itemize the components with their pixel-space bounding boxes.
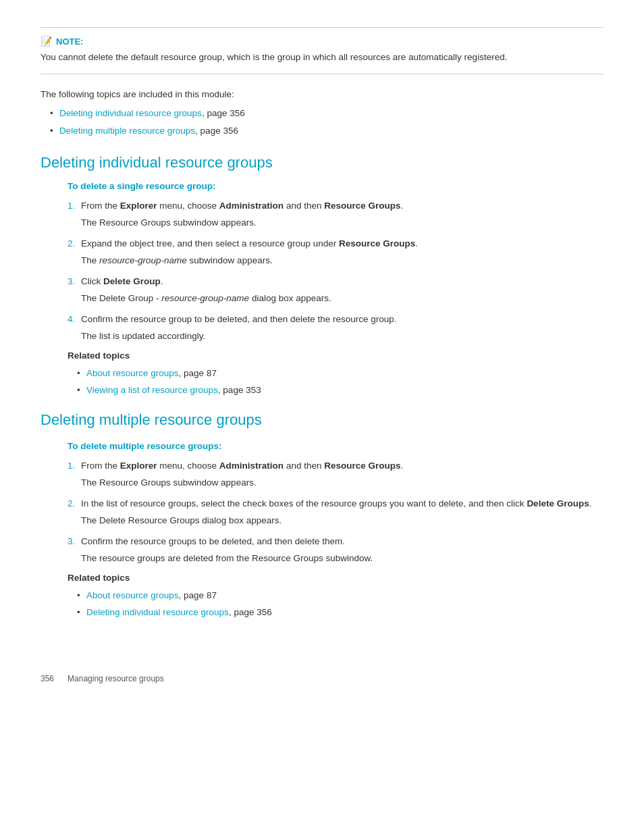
section2-step2-bold: Delete Groups bbox=[527, 498, 589, 509]
section1-step2-subnote: The resource-group-name subwindow appear… bbox=[81, 254, 603, 268]
section1-step3-bold: Delete Group bbox=[103, 276, 161, 286]
section1-step2-num: 2. bbox=[68, 237, 75, 251]
section1-related-link-2[interactable]: Viewing a list of resource groups bbox=[86, 385, 218, 395]
toc-item-2: Deleting multiple resource groups, page … bbox=[50, 124, 603, 138]
toc-link-2[interactable]: Deleting multiple resource groups bbox=[59, 126, 195, 136]
note-header: 📝 NOTE: bbox=[41, 36, 603, 47]
section1-step1-bold3: Resource Groups bbox=[324, 201, 400, 211]
section1-step3-num: 3. bbox=[68, 275, 75, 289]
section1-step1-subnote: The Resource Groups subwindow appears. bbox=[81, 216, 603, 230]
section2-step1-text: From the Explorer menu, choose Administr… bbox=[81, 461, 403, 471]
section1-step-4: 4. Confirm the resource group to be dele… bbox=[68, 313, 603, 344]
note-box: 📝 NOTE: You cannot delete the default re… bbox=[41, 27, 603, 74]
section2-step1-subnote: The Resource Groups subwindow appears. bbox=[81, 476, 603, 490]
section1-step4-text: Confirm the resource group to be deleted… bbox=[81, 314, 397, 324]
section2-step2-text: In the list of resource groups, select t… bbox=[81, 498, 591, 509]
section2-step1-bold1: Explorer bbox=[120, 461, 157, 471]
footer-label: Managing resource groups bbox=[68, 674, 164, 683]
section2-subtitle: To delete multiple resource groups: bbox=[41, 441, 603, 451]
toc-list: Deleting individual resource groups, pag… bbox=[41, 106, 603, 138]
toc-suffix-1: , page 356 bbox=[202, 108, 245, 118]
section1-step3-text: Click Delete Group. bbox=[81, 276, 163, 286]
section2-related-1: About resource groups, page 87 bbox=[77, 588, 603, 603]
section1-step1-bold2: Administration bbox=[219, 201, 284, 211]
intro-text: The following topics are included in thi… bbox=[41, 89, 603, 99]
note-label: NOTE: bbox=[56, 36, 83, 47]
footer-page: 356 bbox=[41, 674, 54, 683]
section1-related-link-1[interactable]: About resource groups bbox=[86, 368, 179, 378]
note-body: You cannot delete the default resource g… bbox=[41, 51, 603, 64]
section2-related-link-1[interactable]: About resource groups bbox=[86, 590, 179, 600]
section2-related-2: Deleting individual resource groups, pag… bbox=[77, 605, 603, 620]
section2-steps: 1. From the Explorer menu, choose Admini… bbox=[41, 459, 603, 566]
section1-step2-bold: Resource Groups bbox=[339, 238, 415, 249]
section1-title: Deleting individual resource groups bbox=[41, 154, 603, 172]
section1-step1-text: From the Explorer menu, choose Administr… bbox=[81, 201, 403, 211]
section2-related-title: Related topics bbox=[41, 573, 603, 583]
toc-link-1[interactable]: Deleting individual resource groups bbox=[59, 108, 202, 118]
toc-suffix-2: , page 356 bbox=[195, 126, 238, 136]
section2-step1-bold3: Resource Groups bbox=[324, 461, 400, 471]
section2-step2-num: 2. bbox=[68, 497, 75, 511]
section1-related-suffix-1: , page 87 bbox=[179, 368, 217, 378]
section1-related-list: About resource groups, page 87 Viewing a… bbox=[41, 366, 603, 398]
section1-step1-bold1: Explorer bbox=[120, 201, 157, 211]
section1-steps: 1. From the Explorer menu, choose Admini… bbox=[41, 199, 603, 343]
section1-step-1: 1. From the Explorer menu, choose Admini… bbox=[68, 199, 603, 230]
footer: 356 Managing resource groups bbox=[41, 674, 603, 683]
section2-step1-bold2: Administration bbox=[219, 461, 284, 471]
note-body-part2: , which is the group in which all resour… bbox=[222, 52, 507, 62]
section2-related-suffix-2: , page 356 bbox=[229, 607, 272, 617]
section1-related-1: About resource groups, page 87 bbox=[77, 366, 603, 381]
section2-related-link-2[interactable]: Deleting individual resource groups bbox=[86, 607, 229, 617]
section2-title: Deleting multiple resource groups bbox=[41, 411, 603, 429]
section2-step-3: 3. Confirm the resource groups to be del… bbox=[68, 535, 603, 566]
section1-related-suffix-2: , page 353 bbox=[218, 385, 261, 395]
section1-step4-subnote: The list is updated accordingly. bbox=[81, 330, 603, 344]
section1-step3-subnote: The Delete Group - resource-group-name d… bbox=[81, 292, 603, 306]
footer-text: 356 Managing resource groups bbox=[41, 674, 603, 683]
section2-step3-subnote: The resource groups are deleted from the… bbox=[81, 552, 603, 566]
section1-subtitle: To delete a single resource group: bbox=[41, 181, 603, 191]
section1-step-2: 2. Expand the object tree, and then sele… bbox=[68, 237, 603, 268]
section1-related-2: Viewing a list of resource groups, page … bbox=[77, 383, 603, 398]
section1-step4-num: 4. bbox=[68, 313, 75, 327]
toc-item-1: Deleting individual resource groups, pag… bbox=[50, 106, 603, 121]
section2-step-2: 2. In the list of resource groups, selec… bbox=[68, 497, 603, 528]
section2-step3-text: Confirm the resource groups to be delete… bbox=[81, 536, 345, 546]
section1-step-3: 3. Click Delete Group. The Delete Group … bbox=[68, 275, 603, 306]
section1-step2-italic: resource-group-name bbox=[99, 255, 187, 265]
note-icon: 📝 bbox=[41, 36, 52, 47]
section2-related-list: About resource groups, page 87 Deleting … bbox=[41, 588, 603, 620]
section2-step2-subnote: The Delete Resource Groups dialog box ap… bbox=[81, 514, 603, 528]
note-body-part1: You cannot delete the default resource g… bbox=[41, 52, 222, 62]
section2-step3-num: 3. bbox=[68, 535, 75, 549]
section1-related-title: Related topics bbox=[41, 350, 603, 361]
section2-step-1: 1. From the Explorer menu, choose Admini… bbox=[68, 459, 603, 490]
section2-related-suffix-1: , page 87 bbox=[179, 590, 217, 600]
section1-step2-text: Expand the object tree, and then select … bbox=[81, 238, 418, 249]
section1-step1-num: 1. bbox=[68, 199, 75, 213]
section1-step3-italic: resource-group-name bbox=[161, 293, 249, 303]
section2-step1-num: 1. bbox=[68, 459, 75, 473]
